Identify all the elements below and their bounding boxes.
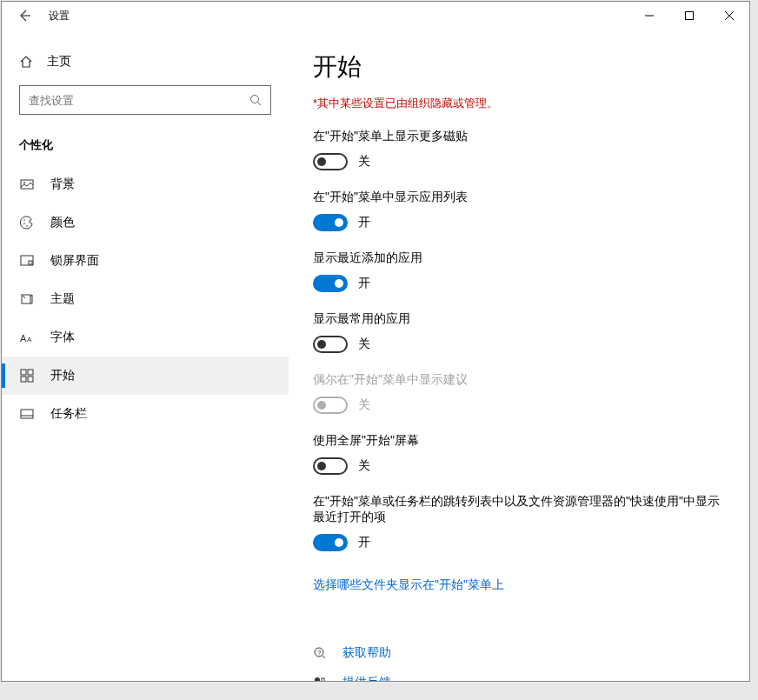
nav-label: 锁屏界面: [50, 253, 99, 269]
toggle-most-used[interactable]: [313, 336, 348, 353]
themes-icon: [19, 292, 35, 306]
toggle-suggestions: [313, 397, 348, 414]
toggle-state: 关: [358, 397, 370, 413]
palette-icon: [19, 216, 35, 230]
setting-fullscreen: 使用全屏"开始"屏幕 关: [313, 433, 723, 475]
home-label: 主页: [47, 54, 71, 70]
toggle-state: 关: [358, 458, 370, 474]
choose-folders-link[interactable]: 选择哪些文件夹显示在"开始"菜单上: [313, 577, 504, 593]
nav-label: 背景: [50, 177, 75, 192]
main-content: 开始 *其中某些设置已由组织隐藏或管理。 在"开始"菜单上显示更多磁贴 关 在"…: [289, 30, 749, 681]
sidebar: 主页 个性化 背景 颜色 锁屏界面: [2, 30, 289, 681]
svg-rect-17: [28, 370, 33, 375]
nav-label: 字体: [50, 330, 75, 345]
svg-rect-19: [28, 377, 33, 382]
svg-point-8: [23, 219, 25, 221]
toggle-state: 开: [358, 215, 370, 230]
svg-line-5: [258, 103, 262, 106]
nav-label: 任务栏: [50, 406, 87, 422]
setting-label: 显示最常用的应用: [313, 311, 723, 327]
toggle-fullscreen[interactable]: [313, 457, 348, 475]
sidebar-item-colors[interactable]: 颜色: [2, 203, 289, 242]
setting-more-tiles: 在"开始"菜单上显示更多磁贴 关: [313, 129, 723, 170]
feedback-icon: [313, 676, 329, 681]
setting-label: 显示最近添加的应用: [313, 250, 723, 266]
toggle-more-tiles[interactable]: [313, 153, 348, 170]
setting-app-list: 在"开始"菜单中显示应用列表 开: [313, 190, 723, 231]
setting-recent-apps: 显示最近添加的应用 开: [313, 250, 723, 292]
svg-rect-18: [21, 377, 26, 382]
setting-most-used: 显示最常用的应用 关: [313, 311, 723, 353]
svg-rect-6: [21, 180, 33, 189]
svg-rect-20: [21, 410, 33, 418]
svg-point-24: [315, 677, 320, 681]
titlebar: 设置: [2, 2, 749, 30]
window-title: 设置: [49, 9, 70, 23]
nav-label: 开始: [50, 368, 75, 383]
setting-label: 偶尔在"开始"菜单中显示建议: [313, 372, 723, 388]
section-header: 个性化: [2, 132, 289, 165]
sidebar-item-start[interactable]: 开始: [2, 357, 289, 395]
lockscreen-icon: [19, 254, 35, 268]
svg-rect-12: [29, 261, 32, 264]
svg-text:?: ?: [317, 649, 322, 657]
fonts-icon: AA: [19, 331, 35, 343]
sidebar-item-lockscreen[interactable]: 锁屏界面: [2, 242, 289, 280]
start-icon: [19, 369, 35, 383]
toggle-state: 关: [358, 154, 370, 170]
back-button[interactable]: [16, 7, 33, 24]
toggle-state: 关: [358, 337, 370, 352]
svg-rect-1: [686, 12, 694, 20]
link-label: 提供反馈: [342, 675, 391, 681]
nav-label: 主题: [50, 291, 75, 307]
page-title: 开始: [313, 50, 723, 83]
svg-point-4: [251, 96, 259, 103]
feedback-link[interactable]: 提供反馈: [313, 675, 723, 681]
svg-text:A: A: [20, 333, 27, 343]
setting-suggestions: 偶尔在"开始"菜单中显示建议 关: [313, 372, 723, 414]
settings-window: 设置 主页: [1, 1, 750, 682]
svg-rect-16: [21, 370, 26, 375]
sidebar-item-background[interactable]: 背景: [2, 165, 289, 203]
sidebar-item-fonts[interactable]: AA 字体: [2, 318, 289, 357]
setting-label: 在"开始"菜单上显示更多磁贴: [313, 129, 723, 144]
close-button[interactable]: [709, 2, 749, 30]
help-link[interactable]: ? 获取帮助: [313, 645, 723, 661]
svg-point-9: [23, 223, 25, 224]
help-icon: ?: [313, 646, 329, 660]
toggle-state: 开: [358, 535, 370, 550]
toggle-jump-lists[interactable]: [313, 534, 348, 551]
sidebar-item-themes[interactable]: 主题: [2, 280, 289, 318]
setting-label: 在"开始"菜单中显示应用列表: [313, 190, 723, 205]
sidebar-item-taskbar[interactable]: 任务栏: [2, 395, 289, 433]
picture-icon: [19, 177, 35, 191]
toggle-recent-apps[interactable]: [313, 275, 348, 292]
svg-text:A: A: [27, 336, 32, 343]
svg-point-7: [23, 182, 25, 183]
minimize-button[interactable]: [629, 2, 669, 30]
toggle-state: 开: [358, 276, 370, 291]
home-icon: [19, 55, 33, 69]
link-label: 获取帮助: [342, 645, 391, 661]
home-button[interactable]: 主页: [2, 47, 289, 85]
setting-jump-lists: 在"开始"菜单或任务栏的跳转列表中以及文件资源管理器的"快速使用"中显示最近打开…: [313, 494, 723, 551]
maximize-button[interactable]: [669, 2, 709, 30]
svg-point-10: [26, 225, 28, 227]
setting-label: 在"开始"菜单或任务栏的跳转列表中以及文件资源管理器的"快速使用"中显示最近打开…: [313, 494, 723, 525]
search-box[interactable]: [19, 85, 271, 115]
search-input[interactable]: [29, 94, 249, 107]
toggle-app-list[interactable]: [313, 214, 348, 231]
policy-warning: *其中某些设置已由组织隐藏或管理。: [313, 96, 723, 111]
nav-label: 颜色: [50, 215, 75, 230]
search-icon: [249, 94, 262, 106]
setting-label: 使用全屏"开始"屏幕: [313, 433, 723, 449]
taskbar-icon: [19, 407, 35, 421]
